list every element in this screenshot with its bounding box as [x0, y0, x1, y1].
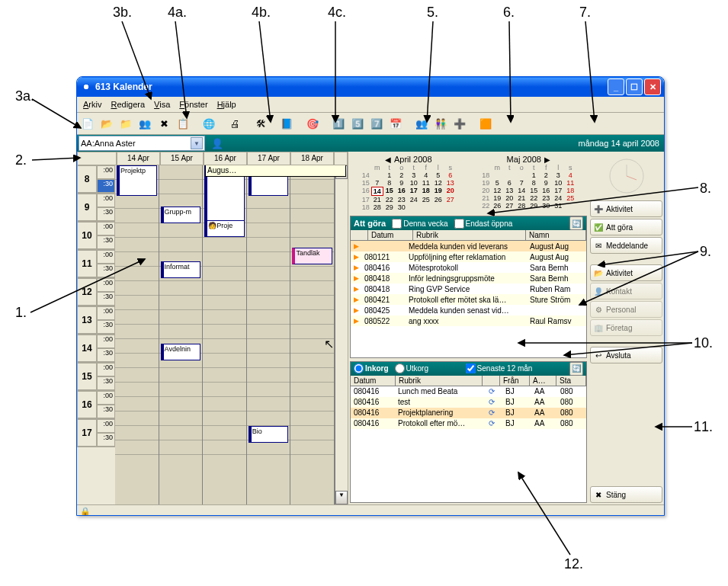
- svg-line-8: [32, 158, 80, 160]
- annot-4a: 4a.: [168, 5, 187, 21]
- svg-line-16: [518, 472, 570, 555]
- annot-6: 6.: [503, 5, 515, 21]
- svg-line-10: [488, 187, 698, 213]
- svg-line-3: [259, 21, 271, 122]
- annot-5: 5.: [427, 5, 438, 21]
- annot-10: 10.: [694, 335, 713, 351]
- annot-4c: 4c.: [328, 5, 346, 21]
- svg-line-7: [585, 21, 595, 122]
- annot-12: 12.: [564, 556, 583, 572]
- svg-line-1: [122, 21, 151, 99]
- svg-line-14: [564, 343, 692, 355]
- svg-line-2: [175, 21, 187, 118]
- annot-9: 9.: [700, 244, 711, 260]
- annot-8: 8.: [700, 181, 711, 197]
- annot-1: 1.: [15, 305, 27, 321]
- svg-line-6: [509, 21, 511, 122]
- svg-line-5: [427, 21, 433, 122]
- svg-line-9: [30, 259, 145, 312]
- annot-3a: 3a.: [15, 88, 34, 104]
- annot-4b: 4b.: [252, 5, 271, 21]
- svg-line-0: [32, 99, 81, 128]
- annot-11: 11.: [694, 419, 713, 435]
- annot-2: 2.: [15, 152, 27, 168]
- annot-7: 7.: [579, 5, 591, 21]
- annot-3b: 3b.: [113, 5, 132, 21]
